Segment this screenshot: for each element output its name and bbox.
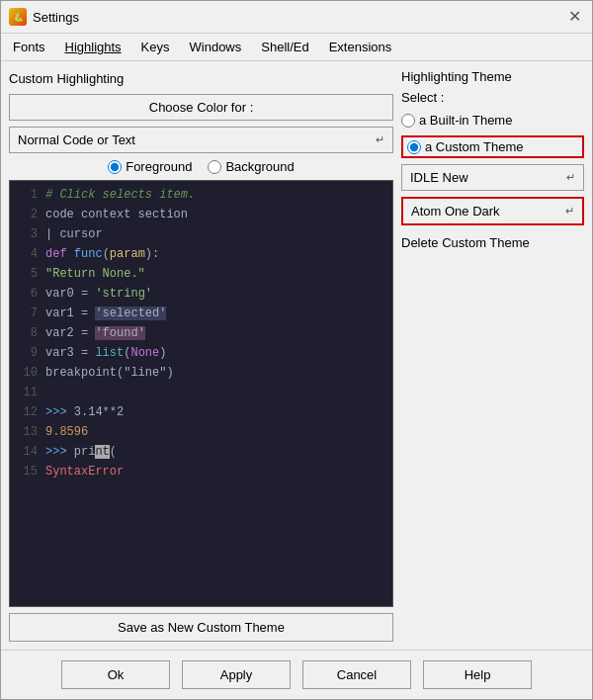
apply-button[interactable]: Apply [182,660,291,689]
right-panel: Highlighting Theme Select : a Built-in T… [401,69,584,642]
code-token: list [95,346,124,360]
line-number: 12 [18,403,38,421]
code-token: 'string' [95,287,152,301]
line-content: >>> print( [45,443,384,461]
code-line: 15SyntaxError [10,462,392,481]
background-radio-label[interactable]: Background [208,159,294,174]
builtin-theme-radio[interactable] [401,114,415,128]
code-line: 6 var0 = 'string' [10,284,392,304]
code-token: nt [95,445,109,459]
line-content: var1 = 'selected' [45,305,384,322]
code-line: 3| cursor [10,224,392,244]
save-custom-theme-button[interactable]: Save as New Custom Theme [9,613,393,642]
background-radio[interactable] [208,160,221,174]
code-line: 9 var3 = list(None) [10,343,392,363]
custom-theme-radio[interactable] [407,140,421,154]
code-token: var0 = [45,287,95,301]
window-title: Settings [33,10,79,25]
code-token: ( [103,247,110,261]
code-token: func [74,247,103,261]
normal-code-dropdown[interactable]: Normal Code or Text ↵ [9,127,393,153]
line-content: breakpoint("line") [45,364,384,382]
code-token: code context section [45,208,188,221]
code-line: 14>>> print( [10,442,392,462]
line-content: code context section [45,206,384,223]
custom-theme-label: a Custom Theme [425,139,523,154]
line-content: | cursor [45,225,384,243]
foreground-label: Foreground [126,159,192,174]
left-panel-title: Custom Highlighting [9,69,393,88]
code-token: | cursor [45,227,103,241]
atom-dark-label: Atom One Dark [411,204,500,219]
code-token: pri [74,445,96,459]
line-number: 7 [18,305,38,322]
delete-custom-theme-button[interactable]: Delete Custom Theme [401,231,584,254]
idle-new-dropdown[interactable]: IDLE New ↵ [401,164,584,191]
code-line: 10 breakpoint("line") [10,363,392,383]
code-token: 9.8596 [45,425,88,439]
right-panel-title: Highlighting Theme [401,69,584,84]
line-number: 5 [18,265,38,283]
atom-one-dark-dropdown[interactable]: Atom One Dark ↵ [401,197,584,225]
dropdown-arrow-icon: ↵ [376,133,384,146]
menu-fonts[interactable]: Fonts [9,38,49,56]
select-label: Select : [401,90,584,105]
help-button[interactable]: Help [423,660,532,689]
builtin-theme-radio-label[interactable]: a Built-in Theme [401,111,584,130]
code-token: # Click selects item. [45,188,195,202]
code-line: 8 var2 = 'found' [10,323,392,343]
code-line: 11 [10,383,392,402]
code-token: param [110,247,145,261]
line-number: 2 [18,206,38,223]
normal-code-label: Normal Code or Text [18,132,135,147]
line-content [45,384,384,401]
code-token: >>> [45,405,74,419]
app-icon: 🐍 [9,8,27,26]
menu-shell-ed[interactable]: Shell/Ed [257,38,312,56]
code-preview: 1# Click selects item.2code context sect… [9,180,393,607]
menu-extensions[interactable]: Extensions [325,38,396,56]
background-label: Background [225,159,294,174]
code-token: def [45,247,74,261]
custom-theme-radio-label[interactable]: a Custom Theme [401,135,584,158]
line-number: 8 [18,324,38,342]
close-button[interactable]: ✕ [564,7,584,27]
code-line: 12>>> 3.14**2 [10,402,392,422]
line-number: 4 [18,245,38,263]
line-number: 14 [18,443,38,461]
settings-window: 🐍 Settings ✕ Fonts Highlights Keys Windo… [0,0,593,700]
code-line: 2code context section [10,205,392,224]
code-line: 139.8596 [10,422,392,442]
menu-bar: Fonts Highlights Keys Windows Shell/Ed E… [1,34,592,61]
line-number: 15 [18,463,38,481]
foreground-radio[interactable] [108,160,122,174]
choose-color-button[interactable]: Choose Color for : [9,94,393,121]
line-number: 13 [18,423,38,441]
line-content: "Return None." [45,265,384,283]
main-content: Custom Highlighting Choose Color for : N… [1,61,592,650]
code-token: >>> [45,445,74,459]
code-token: 'selected' [95,306,166,320]
line-content: >>> 3.14**2 [45,403,384,421]
fg-bg-row: Foreground Background [9,159,393,174]
code-token: SyntaxError [45,465,124,479]
bottom-bar: Ok Apply Cancel Help [1,650,592,699]
ok-button[interactable]: Ok [61,660,170,689]
code-token: var2 = [45,326,95,340]
line-content: 9.8596 [45,423,384,441]
atom-dark-arrow-icon: ↵ [565,205,574,218]
code-line: 7 var1 = 'selected' [10,304,392,323]
foreground-radio-label[interactable]: Foreground [108,159,192,174]
code-token: ( [110,445,117,459]
line-content: var2 = 'found' [45,324,384,342]
cancel-button[interactable]: Cancel [302,660,411,689]
title-bar: 🐍 Settings ✕ [1,1,592,34]
line-content: var3 = list(None) [45,344,384,362]
menu-windows[interactable]: Windows [186,38,246,56]
title-bar-left: 🐍 Settings [9,8,79,26]
menu-keys[interactable]: Keys [137,38,174,56]
line-number: 1 [18,186,38,204]
menu-highlights[interactable]: Highlights [61,38,126,56]
idle-new-arrow-icon: ↵ [566,171,575,184]
code-token: breakpoint("line") [45,366,174,380]
